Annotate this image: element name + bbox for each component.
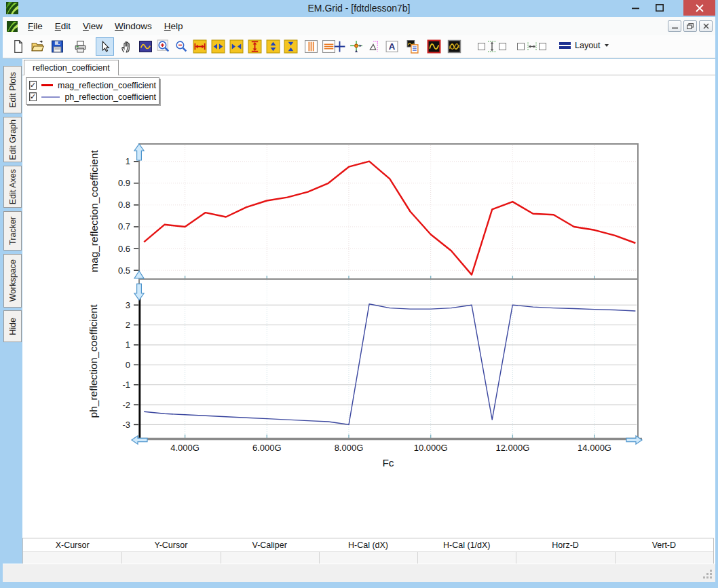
y-tick-label: 2: [126, 320, 130, 330]
y-tick-label: 0.7: [118, 221, 130, 232]
y-tick-label: 1: [126, 339, 130, 350]
app-window: { "window": { "title": "EM.Grid - [fdtdl…: [0, 0, 718, 588]
legend-checkbox-ph[interactable]: ✓: [29, 92, 37, 101]
y-tick-label: 1: [126, 156, 130, 166]
tab-reflection-coefficient[interactable]: reflection_coefficient: [24, 60, 119, 75]
readout-headers: X-Cursor Y-Cursor V-Caliper H-Cal (dX) H…: [23, 538, 713, 552]
legend-swatch-ph: [41, 96, 60, 98]
legend-label-mag: mag_reflection_coefficient: [58, 81, 156, 90]
readout-header: Y-Cursor: [121, 540, 220, 550]
x-tick-label: 8.000G: [335, 443, 364, 453]
axis-pan-arrows[interactable]: [132, 144, 642, 444]
y-tick-label: 3: [126, 300, 130, 310]
pan-down-arrow[interactable]: [134, 284, 144, 300]
x-tick-label: 14.000G: [578, 443, 611, 453]
y-axis-label-ph: ph_reflection_coefficient: [88, 305, 100, 418]
readout-value: [23, 552, 121, 564]
legend-item: ✓ mag_reflection_coefficient: [29, 79, 156, 91]
legend-checkbox-mag[interactable]: ✓: [29, 81, 37, 90]
status-bar: [3, 564, 715, 582]
y-tick-label: -1: [122, 380, 130, 390]
axes: 10.90.80.70.60.53210-1-2-34.000G6.000G8.…: [118, 144, 642, 453]
y-tick-label: 0.9: [118, 178, 130, 188]
readout-value: [319, 552, 417, 564]
x-tick-label: 12.000G: [495, 443, 529, 453]
legend-label-ph: ph_reflection_coefficient: [64, 92, 156, 102]
series-curves: [144, 162, 635, 425]
gridlines: [140, 145, 637, 437]
y-tick-label: -3: [122, 420, 130, 430]
readout-header: Horz-D: [516, 540, 614, 550]
readout-value: [221, 552, 319, 564]
x-tick-label: 6.000G: [252, 443, 282, 453]
series-mag_reflection_coefficient: [144, 162, 635, 275]
y-tick-label: -2: [122, 400, 130, 410]
pan-up-arrow[interactable]: [134, 144, 144, 160]
resize-grip[interactable]: [702, 569, 712, 578]
readout-values: [23, 552, 713, 564]
x-tick-label: 4.000G: [170, 443, 200, 453]
tab-strip-divider: [22, 75, 715, 75]
y-tick-label: 0.8: [118, 200, 130, 210]
y-tick-label: 0.6: [118, 244, 130, 254]
tracker-readout: X-Cursor Y-Cursor V-Caliper H-Cal (dX) H…: [22, 538, 714, 564]
readout-value: [121, 552, 220, 564]
pan-right-arrow[interactable]: [626, 436, 642, 444]
x-axis-label: Fc: [382, 457, 394, 469]
pan-up-arrowhead[interactable]: [134, 271, 144, 278]
y-tick-label: 0.5: [118, 265, 130, 276]
readout-header: H-Cal (dX): [319, 540, 417, 550]
readout-value: [417, 552, 516, 564]
readout-value: [516, 552, 614, 564]
series-ph_reflection_coefficient: [144, 304, 635, 425]
legend-swatch-mag: [41, 84, 53, 86]
legend-box: ✓ mag_reflection_coefficient ✓ ph_reflec…: [26, 77, 159, 105]
plot-workspace: 10.90.80.70.60.53210-1-2-34.000G6.000G8.…: [22, 59, 715, 564]
readout-header: X-Cursor: [23, 540, 121, 550]
y-axis-label-mag: mag_reflection_coefficient: [88, 150, 100, 272]
readout-header: H-Cal (1/dX): [417, 540, 516, 550]
x-tick-label: 10.000G: [414, 443, 448, 453]
y-tick-label: 0: [126, 360, 130, 370]
readout-header: V-Caliper: [221, 540, 319, 550]
legend-item: ✓ ph_reflection_coefficient: [29, 91, 156, 103]
readout-header: Vert-D: [615, 540, 713, 550]
readout-value: [615, 552, 713, 564]
